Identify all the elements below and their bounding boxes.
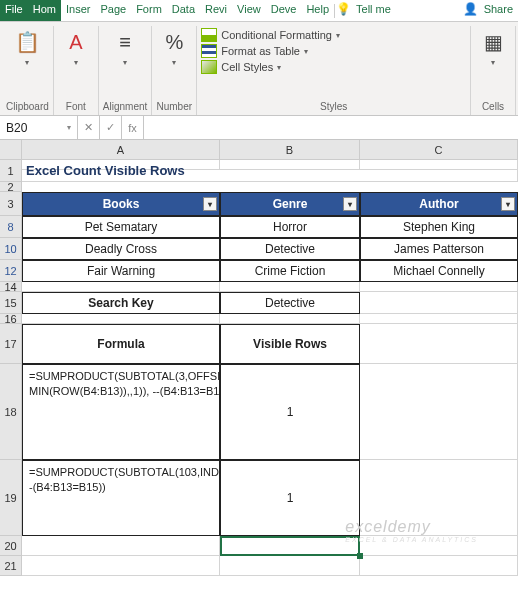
fmt-table-label: Format as Table (221, 45, 300, 57)
formula-bar[interactable] (144, 116, 518, 139)
cancel-button[interactable]: ✕ (78, 116, 100, 139)
tell-me-search[interactable]: Tell me (351, 0, 396, 21)
fill-handle[interactable] (357, 553, 363, 559)
cell-genre[interactable]: Detective (220, 238, 360, 260)
tab-file[interactable]: File (0, 0, 28, 21)
cell[interactable] (22, 556, 220, 576)
share-icon[interactable]: 👤 (463, 0, 479, 21)
cell[interactable] (360, 556, 518, 576)
cell[interactable] (360, 282, 518, 292)
row-header[interactable]: 16 (0, 314, 22, 324)
formula-header[interactable]: Formula (22, 324, 220, 364)
cell[interactable] (22, 314, 220, 324)
row-header[interactable]: 14 (0, 282, 22, 292)
group-clipboard: 📋 ▾ Clipboard (2, 26, 54, 115)
cells-button[interactable]: ▦ ▾ (475, 26, 511, 69)
row-header[interactable]: 2 (0, 182, 22, 192)
group-label-clipboard: Clipboard (6, 101, 49, 115)
tab-page-layout[interactable]: Page (95, 0, 131, 21)
worksheet-grid[interactable]: A B C 1 2 3 8 10 12 14 15 16 17 18 19 20… (0, 140, 518, 593)
cell[interactable] (360, 292, 518, 314)
row-header[interactable]: 10 (0, 238, 22, 260)
filter-button[interactable]: ▾ (501, 197, 515, 211)
cell[interactable] (360, 460, 518, 536)
number-button[interactable]: % ▾ (156, 26, 192, 69)
row-header[interactable]: 19 (0, 460, 22, 536)
row-header[interactable]: 21 (0, 556, 22, 576)
row-header[interactable]: 20 (0, 536, 22, 556)
row-header[interactable]: 8 (0, 216, 22, 238)
paste-button[interactable]: 📋 ▾ (6, 26, 49, 69)
select-all-corner[interactable] (0, 140, 22, 160)
worksheet-title[interactable]: Excel Count Visible Rows (22, 160, 518, 182)
search-key-label[interactable]: Search Key (22, 292, 220, 314)
cell-genre[interactable]: Horror (220, 216, 360, 238)
formula-cell[interactable]: =SUMPRODUCT(SUBTOTAL(3,OFFSET(B4:B13,ROW… (22, 364, 220, 460)
cell[interactable] (22, 282, 220, 292)
cell[interactable] (360, 364, 518, 460)
font-button[interactable]: A ▾ (58, 26, 94, 69)
header-author[interactable]: Author▾ (360, 192, 518, 216)
cell[interactable] (220, 556, 360, 576)
chevron-down-icon: ▾ (123, 58, 127, 67)
group-label-font: Font (58, 101, 94, 115)
chevron-down-icon: ▾ (172, 58, 176, 67)
filter-button[interactable]: ▾ (203, 197, 217, 211)
cell[interactable] (360, 536, 518, 556)
enter-button[interactable]: ✓ (100, 116, 122, 139)
alignment-button[interactable]: ≡ ▾ (103, 26, 147, 69)
result-cell[interactable]: 1 (220, 460, 360, 536)
cell-styles-button[interactable]: Cell Styles ▾ (201, 60, 466, 74)
cell[interactable] (220, 282, 360, 292)
cond-fmt-icon (201, 28, 217, 42)
cell-b20[interactable] (220, 536, 360, 556)
cell-author[interactable]: Stephen King (360, 216, 518, 238)
tab-help[interactable]: Help (301, 0, 334, 21)
share-button[interactable]: Share (479, 0, 518, 21)
cond-fmt-label: Conditional Formatting (221, 29, 332, 41)
tab-formulas[interactable]: Form (131, 0, 167, 21)
row-header[interactable]: 17 (0, 324, 22, 364)
cell[interactable] (22, 536, 220, 556)
group-number: % ▾ Number (152, 26, 197, 115)
col-header-c[interactable]: C (360, 140, 518, 160)
row-headers: 1 2 3 8 10 12 14 15 16 17 18 19 20 21 (0, 160, 22, 576)
cell-author[interactable]: Michael Connelly (360, 260, 518, 282)
chevron-down-icon: ▾ (491, 58, 495, 67)
visible-rows-header[interactable]: Visible Rows (220, 324, 360, 364)
tab-review[interactable]: Revi (200, 0, 232, 21)
tab-developer[interactable]: Deve (266, 0, 302, 21)
cell-author[interactable]: James Patterson (360, 238, 518, 260)
header-books[interactable]: Books▾ (22, 192, 220, 216)
row-header[interactable]: 1 (0, 160, 22, 182)
row-header[interactable]: 15 (0, 292, 22, 314)
cell[interactable] (220, 314, 360, 324)
name-box[interactable]: B20 ▾ (0, 116, 78, 139)
fx-button[interactable]: fx (122, 116, 144, 139)
ribbon: 📋 ▾ Clipboard A ▾ Font ≡ ▾ Alignment % ▾… (0, 22, 518, 116)
cell-book[interactable]: Fair Warning (22, 260, 220, 282)
cells-icon: ▦ (479, 28, 507, 56)
row-header[interactable]: 3 (0, 192, 22, 216)
result-cell[interactable]: 1 (220, 364, 360, 460)
cell-genre[interactable]: Crime Fiction (220, 260, 360, 282)
row-header[interactable]: 18 (0, 364, 22, 460)
col-header-b[interactable]: B (220, 140, 360, 160)
row-header[interactable]: 12 (0, 260, 22, 282)
group-label-styles: Styles (201, 101, 466, 115)
cell-book[interactable]: Deadly Cross (22, 238, 220, 260)
cell[interactable] (360, 324, 518, 364)
formula-cell[interactable]: =SUMPRODUCT(SUBTOTAL(103,INDIRECT("B"&RO… (22, 460, 220, 536)
tab-view[interactable]: View (232, 0, 266, 21)
tab-home[interactable]: Hom (28, 0, 61, 21)
filter-button[interactable]: ▾ (343, 197, 357, 211)
cell-book[interactable]: Pet Sematary (22, 216, 220, 238)
tab-insert[interactable]: Inser (61, 0, 95, 21)
conditional-formatting-button[interactable]: Conditional Formatting ▾ (201, 28, 466, 42)
tab-data[interactable]: Data (167, 0, 200, 21)
cell[interactable] (360, 314, 518, 324)
header-genre[interactable]: Genre▾ (220, 192, 360, 216)
col-header-a[interactable]: A (22, 140, 220, 160)
search-key-value[interactable]: Detective (220, 292, 360, 314)
format-as-table-button[interactable]: Format as Table ▾ (201, 44, 466, 58)
